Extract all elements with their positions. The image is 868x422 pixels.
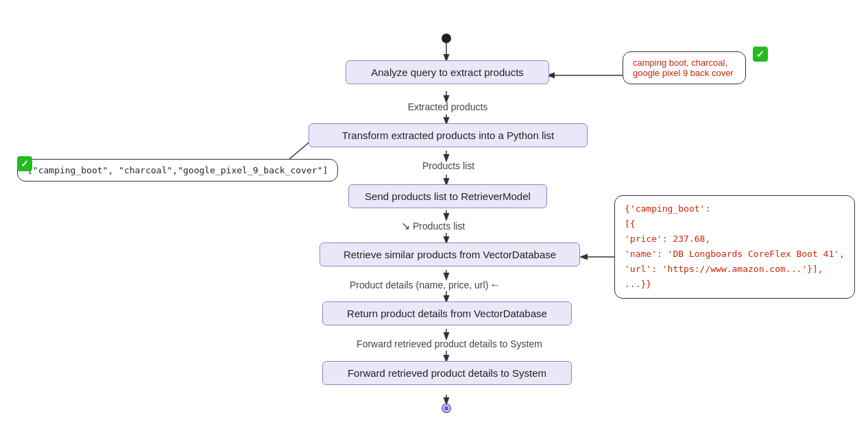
check-query: ✓ xyxy=(753,47,768,62)
diagram: Analyze query to extract products Extrac… xyxy=(0,0,868,422)
node-send: Send products list to RetrieverModel xyxy=(348,184,547,208)
label-forward: Forward retrieved product details to Sys… xyxy=(317,338,581,349)
label-products2: ↘ Products list xyxy=(401,219,497,232)
annotation-details-text: {'camping_boot': [{ 'price': 237.68, 'na… xyxy=(625,203,845,289)
end-circle xyxy=(442,404,451,413)
label-product-details: Product details (name, price, url) ← xyxy=(350,279,521,291)
label-products1: Products list xyxy=(411,160,486,171)
annotation-details: {'camping_boot': [{ 'price': 237.68, 'na… xyxy=(614,195,855,299)
product-details-text: Product details (name, price, url) xyxy=(350,280,488,290)
node-return: Return product details from VectorDataba… xyxy=(322,301,572,325)
products2-arrow: ↘ xyxy=(401,219,410,232)
node-retrieve: Retrieve similar products from VectorDat… xyxy=(320,243,580,266)
node-transform: Transform extracted products into a Pyth… xyxy=(309,123,588,147)
annotation-query: camping boot, charcoal, google pixel 9 b… xyxy=(623,51,746,84)
annotation-list: ["camping_boot", "charcoal","google_pixe… xyxy=(17,159,338,182)
start-circle xyxy=(442,34,451,43)
end-circle-inner xyxy=(444,406,449,411)
node-analyze: Analyze query to extract products xyxy=(346,60,549,84)
annotation-query-text: camping boot, charcoal, google pixel 9 b… xyxy=(633,58,734,78)
products2-text: Products list xyxy=(413,221,465,232)
check-list: ✓ xyxy=(17,156,32,171)
label-extracted: Extracted products xyxy=(393,101,503,112)
product-details-arrow: ← xyxy=(490,279,501,291)
annotation-list-text: ["camping_boot", "charcoal","google_pixe… xyxy=(27,165,328,175)
node-forward: Forward retrieved product details to Sys… xyxy=(322,361,572,385)
